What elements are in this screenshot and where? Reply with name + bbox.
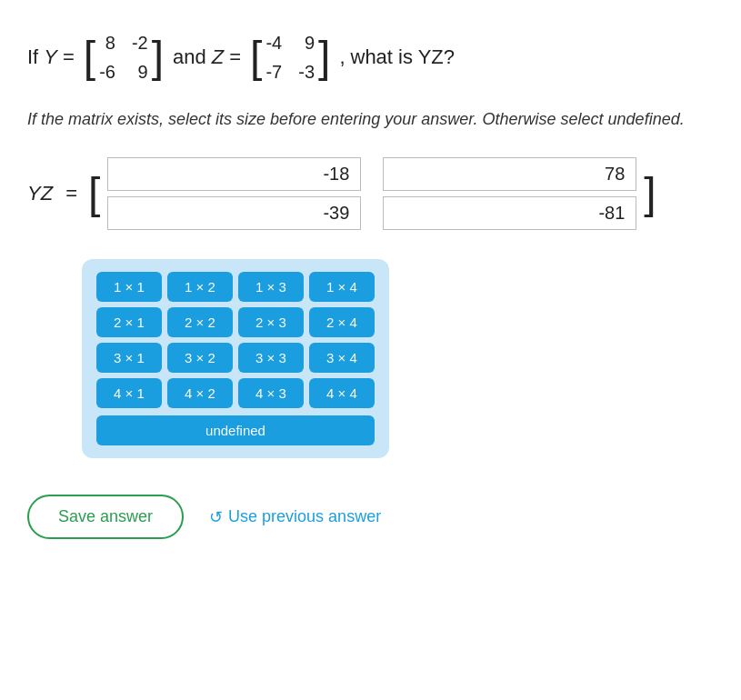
use-previous-answer-button[interactable]: ↺ Use previous answer [209, 507, 381, 527]
size-btn-3x1[interactable]: 3 × 1 [96, 343, 162, 373]
size-grid: 1 × 1 1 × 2 1 × 3 1 × 4 2 × 1 2 × 2 2 × … [96, 272, 375, 408]
refresh-icon: ↺ [209, 507, 223, 527]
y-variable: Y [44, 45, 57, 69]
answer-section: YZ = [ ] [27, 154, 714, 234]
answer-matrix-wrap: [ ] [88, 154, 656, 234]
y-matrix-grid: 8 -2 -6 9 [95, 27, 152, 87]
y-cell-11: 9 [132, 58, 148, 85]
answer-cell-11[interactable] [383, 196, 636, 230]
size-btn-2x1[interactable]: 2 × 1 [96, 307, 162, 337]
z-matrix: [ -4 9 -7 -3 ] [250, 27, 330, 87]
undefined-button[interactable]: undefined [96, 415, 375, 445]
z-cell-10: -7 [265, 58, 282, 85]
and-label: and [173, 45, 206, 69]
size-btn-2x2[interactable]: 2 × 2 [167, 307, 233, 337]
z-variable: Z [212, 45, 224, 69]
y-cell-01: -2 [132, 29, 148, 56]
bracket-left-z: [ [250, 35, 262, 79]
size-btn-3x4[interactable]: 3 × 4 [309, 343, 375, 373]
y-cell-00: 8 [99, 29, 115, 56]
instructions: If the matrix exists, select its size be… [27, 107, 714, 132]
y-matrix: [ 8 -2 -6 9 ] [84, 27, 164, 87]
size-btn-4x2[interactable]: 4 × 2 [167, 378, 233, 408]
bracket-right-y: ] [152, 35, 164, 79]
size-btn-4x1[interactable]: 4 × 1 [96, 378, 162, 408]
z-cell-11: -3 [298, 58, 315, 85]
yz-label: YZ [27, 182, 53, 205]
eq-z: = [229, 45, 241, 69]
use-prev-label: Use previous answer [228, 507, 381, 526]
size-btn-4x3[interactable]: 4 × 3 [238, 378, 304, 408]
answer-cell-00[interactable] [107, 157, 361, 191]
size-btn-3x3[interactable]: 3 × 3 [238, 343, 304, 373]
z-matrix-grid: -4 9 -7 -3 [262, 27, 318, 87]
if-label: If [27, 45, 38, 69]
save-answer-button[interactable]: Save answer [27, 495, 184, 539]
y-cell-10: -6 [99, 58, 115, 85]
bracket-right-answer: ] [644, 172, 656, 215]
z-cell-00: -4 [265, 29, 282, 56]
size-btn-2x3[interactable]: 2 × 3 [238, 307, 304, 337]
size-btn-1x1[interactable]: 1 × 1 [96, 272, 162, 302]
size-btn-2x4[interactable]: 2 × 4 [309, 307, 375, 337]
comma: , [339, 45, 345, 69]
size-selector-panel: 1 × 1 1 × 2 1 × 3 1 × 4 2 × 1 2 × 2 2 × … [82, 259, 389, 458]
answer-cell-01[interactable] [383, 157, 636, 191]
bracket-right-z: ] [318, 35, 330, 79]
size-btn-1x2[interactable]: 1 × 2 [167, 272, 233, 302]
bracket-left-answer: [ [88, 172, 100, 215]
answer-grid [100, 154, 644, 234]
z-cell-01: 9 [298, 29, 315, 56]
problem-statement: If Y = [ 8 -2 -6 9 ] and Z = [ -4 9 -7 -… [27, 27, 714, 87]
size-btn-4x4[interactable]: 4 × 4 [309, 378, 375, 408]
size-btn-1x4[interactable]: 1 × 4 [309, 272, 375, 302]
size-btn-1x3[interactable]: 1 × 3 [238, 272, 304, 302]
answer-eq-sign: = [65, 182, 77, 205]
eq-y: = [63, 45, 75, 69]
bottom-row: Save answer ↺ Use previous answer [27, 495, 714, 539]
bracket-left-y: [ [84, 35, 95, 79]
answer-cell-10[interactable] [107, 196, 361, 230]
question-text: what is YZ? [351, 45, 456, 69]
size-btn-3x2[interactable]: 3 × 2 [167, 343, 233, 373]
